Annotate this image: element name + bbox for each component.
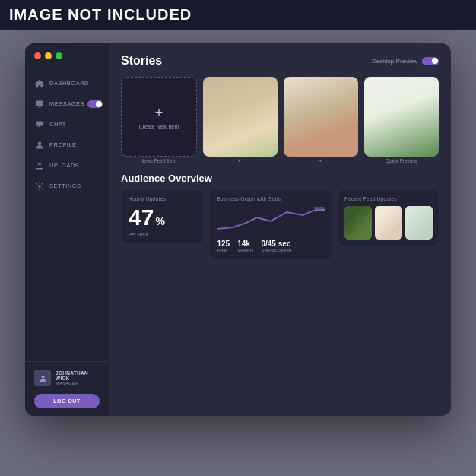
- feed-thumb-2: [375, 206, 402, 240]
- graph-svg: [217, 206, 325, 235]
- stories-row: + Create New Item: [121, 77, 439, 157]
- preview-toggle-knob: [432, 58, 438, 64]
- feed-thumb-1: [344, 206, 372, 240]
- nav-label-uploads: UPLOADS: [49, 162, 79, 169]
- nav-label-settings: SETTINGS: [49, 182, 81, 189]
- stat-servers-value: 0/45 sec: [261, 240, 291, 248]
- story-card-1: [203, 77, 278, 157]
- dot-close[interactable]: [34, 52, 41, 59]
- svg-point-2: [41, 375, 44, 378]
- feed-card: Recent Feed Updates: [338, 190, 439, 246]
- stat-viewers-value: 14k: [237, 240, 253, 248]
- hourly-subtitle: Hourly Updates: [129, 196, 195, 202]
- nav-label-chat: CHAT: [49, 121, 66, 128]
- story-label-3: Quick Preview: [364, 158, 440, 163]
- story-label-1: +: [202, 158, 278, 163]
- stat-servers-label: Servers Speed: [261, 248, 291, 252]
- desktop-preview: Desktop Preview: [372, 57, 439, 65]
- dot-minimize[interactable]: [45, 52, 52, 59]
- stat-rate-label: Rate: [217, 248, 230, 252]
- audience-section: Audience Overview Hourly Updates 47 % Pe…: [121, 173, 439, 407]
- chat-icon: [34, 119, 44, 129]
- sidebar-user-section: JOHNATHAN WICK MANAGER LOG OUT: [25, 361, 109, 416]
- stories-labels: News Feed Item + + Quick Preview: [121, 158, 439, 163]
- percent-sign: %: [155, 215, 164, 227]
- story-label-0: News Feed Item: [121, 158, 196, 163]
- upload-icon: [34, 160, 44, 170]
- graph-area: 90%: [217, 206, 325, 235]
- audience-grid: Hourly Updates 47 % Per Hour Business Gr…: [121, 190, 439, 259]
- nav-label-messages: MESSAGES: [49, 100, 84, 107]
- stories-section: + Create New Item News Feed Item + + Qui…: [121, 77, 439, 163]
- top-bar: Stories Desktop Preview: [121, 54, 439, 68]
- logout-button[interactable]: LOG OUT: [34, 394, 100, 408]
- avatar: [34, 370, 51, 386]
- feed-images: [344, 206, 433, 240]
- per-hour-label: Per Hour: [129, 232, 195, 237]
- sidebar-item-chat[interactable]: CHAT: [25, 114, 109, 135]
- image-not-included-banner: IMAGE NOT INCLUDED: [0, 0, 476, 30]
- story-card-2: [284, 77, 358, 157]
- user-info: JOHNATHAN WICK MANAGER: [34, 370, 100, 386]
- feed-subtitle: Recent Feed Updates: [344, 196, 433, 202]
- svg-point-0: [37, 141, 41, 145]
- graph-subtitle: Business Graph with Stats: [217, 196, 325, 202]
- stat-viewers: 14k Viewers: [237, 240, 253, 252]
- stat-rate-value: 125: [217, 240, 230, 248]
- hourly-percent: 47: [129, 206, 154, 229]
- user-details: JOHNATHAN WICK MANAGER: [56, 370, 100, 386]
- desktop-preview-label: Desktop Preview: [372, 58, 417, 65]
- banner-text: IMAGE NOT INCLUDED: [9, 6, 192, 24]
- dot-maximize[interactable]: [56, 52, 62, 59]
- create-new-label: Create New Item: [139, 124, 179, 129]
- sidebar-item-dashboard[interactable]: DASHBOARD: [25, 73, 109, 94]
- feed-thumb-3: [405, 206, 433, 240]
- ninety-percent-label: 90%: [314, 206, 325, 211]
- stat-servers: 0/45 sec Servers Speed: [261, 240, 291, 252]
- sidebar: DASHBOARD MESSAGES CHAT: [25, 43, 109, 416]
- home-icon: [34, 78, 44, 88]
- stat-rate: 125 Rate: [217, 240, 230, 252]
- story-card-3: [364, 77, 439, 157]
- stat-viewers-label: Viewers: [237, 248, 253, 252]
- user-icon: [34, 140, 44, 150]
- gear-icon: [34, 181, 44, 191]
- hourly-card: Hourly Updates 47 % Per Hour: [121, 190, 203, 243]
- story-label-2: +: [283, 158, 358, 163]
- nav-label-profile: PROFILE: [49, 141, 77, 148]
- sidebar-item-settings[interactable]: SETTINGS: [25, 176, 109, 196]
- audience-title: Audience Overview: [121, 173, 439, 184]
- stories-title: Stories: [121, 54, 162, 68]
- plus-icon: +: [155, 105, 163, 121]
- user-name: JOHNATHAN WICK: [56, 370, 100, 381]
- sidebar-item-profile[interactable]: PROFILE: [25, 135, 109, 155]
- sidebar-item-messages[interactable]: MESSAGES: [25, 94, 109, 114]
- preview-toggle[interactable]: [422, 57, 439, 65]
- story-card-new[interactable]: + Create New Item: [121, 77, 197, 157]
- toggle-knob: [96, 101, 102, 107]
- app-window: DASHBOARD MESSAGES CHAT: [25, 43, 451, 416]
- user-role: MANAGER: [56, 381, 100, 386]
- main-content: Stories Desktop Preview + Create New Ite…: [109, 43, 451, 416]
- nav-label-dashboard: DASHBOARD: [49, 80, 89, 87]
- message-icon: [34, 99, 44, 109]
- graph-card: Business Graph with Stats 90% 125 Rate: [209, 190, 332, 259]
- svg-point-1: [38, 185, 41, 188]
- sidebar-item-uploads[interactable]: UPLOADS: [25, 155, 109, 176]
- graph-stats: 125 Rate 14k Viewers 0/45 sec Servers Sp…: [217, 240, 325, 252]
- sidebar-navigation: DASHBOARD MESSAGES CHAT: [25, 67, 109, 361]
- window-controls: [25, 43, 109, 67]
- messages-toggle[interactable]: [87, 100, 103, 108]
